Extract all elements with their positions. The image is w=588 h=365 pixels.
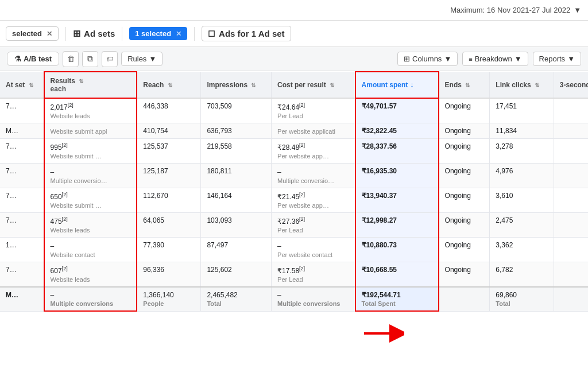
col-header-ends-sort: ⇅: [465, 82, 470, 88]
data-table: At set ⇅ Results ⇅ each Reach ⇅ Impressi…: [0, 71, 588, 312]
col-header-link[interactable]: Link clicks ⇅: [490, 72, 554, 98]
cell-impressions: 180,811: [201, 164, 272, 188]
nav-divider-1: [65, 27, 66, 41]
toolbar: ⚗ A/B test 🗑 ⧉ 🏷 Rules ▼ ⊞ Columns ▼ ≡ B…: [0, 47, 588, 71]
nav-bar: selected ✕ ⊞ Ad sets 1 selected ✕ ☐ Ads …: [0, 21, 588, 47]
cell-ad-set: 7…: [0, 98, 44, 123]
col-header-link-label: Link clicks: [496, 81, 531, 89]
nav-divider-2: [122, 27, 122, 41]
table-row: 7… 650[2] Website submit … 112,670146,16…: [0, 188, 588, 213]
cell-ad-set: 7…: [0, 164, 44, 188]
breakdown-label: Breakdown: [475, 55, 512, 63]
table-row: 1… – Website contact 77,39087,497 – Per …: [0, 238, 588, 262]
cell-results: – Website contact: [44, 238, 137, 262]
cell-link-clicks: 3,278: [490, 139, 554, 164]
cell-reach: 446,338: [137, 98, 201, 123]
cell-ends: Ongoing: [439, 123, 490, 139]
col-header-cost[interactable]: Cost per result ⇅: [272, 72, 355, 98]
cell-link-clicks: 11,834: [490, 123, 554, 139]
one-selected-label: 1 selected: [135, 29, 171, 38]
cell-impressions: 636,793: [201, 123, 272, 139]
cell-amount: ₹32,822.45: [355, 123, 439, 139]
footer-plays: [554, 287, 588, 311]
cell-ad-set: 7…: [0, 213, 44, 238]
col-header-amount-label: Amount spent: [362, 81, 408, 89]
footer-amount: ₹192,544.71 Total Spent: [355, 287, 439, 311]
footer-cost: – Multiple conversions: [272, 287, 355, 311]
cell-plays: [554, 188, 588, 213]
cell-impressions: 125,602: [201, 262, 272, 288]
footer-impressions: 2,465,482 Total: [201, 287, 272, 311]
cell-plays: [554, 98, 588, 123]
cell-ends: Ongoing: [439, 188, 490, 213]
col-header-ad-set[interactable]: At set ⇅: [0, 72, 44, 98]
rules-label: Rules: [127, 55, 146, 63]
columns-button[interactable]: ⊞ Columns ▼: [397, 52, 458, 66]
tag-button[interactable]: 🏷: [102, 51, 118, 67]
col-header-cost-label: Cost per result: [277, 81, 326, 89]
date-range: Maximum: 16 Nov 2021-27 Jul 2022 ▼: [450, 6, 581, 14]
cell-ad-set: 7…: [0, 188, 44, 213]
selected-chip[interactable]: selected ✕: [6, 26, 59, 41]
cell-cost: ₹27.36[2] Per Lead: [272, 213, 355, 238]
cell-ends: Ongoing: [439, 262, 490, 288]
cell-plays: [554, 164, 588, 188]
col-header-plays[interactable]: 3-second plays ⇅: [554, 72, 588, 98]
col-header-results-label: Results: [51, 77, 75, 85]
delete-button[interactable]: 🗑: [63, 51, 79, 67]
ad-sets-label: Ad sets: [84, 29, 115, 38]
breakdown-button[interactable]: ≡ Breakdown ▼: [462, 52, 528, 66]
ab-test-button[interactable]: ⚗ A/B test: [7, 52, 59, 66]
cell-amount: ₹12,998.27: [355, 213, 439, 238]
one-selected-chip[interactable]: 1 selected ✕: [129, 27, 187, 40]
rules-dropdown-icon: ▼: [149, 55, 156, 63]
reports-button[interactable]: Reports ▼: [533, 52, 581, 66]
cell-cost: ₹21.45[2] Per website app…: [272, 188, 355, 213]
cell-impressions: 103,093: [201, 213, 272, 238]
date-dropdown-icon[interactable]: ▼: [574, 6, 581, 14]
duplicate-button[interactable]: ⧉: [82, 51, 98, 67]
cell-impressions: 219,558: [201, 139, 272, 164]
col-header-impressions[interactable]: Impressions ⇅: [201, 72, 272, 98]
footer-ends: [439, 287, 490, 311]
cell-plays: [554, 262, 588, 288]
cell-amount: ₹28,337.56: [355, 139, 439, 164]
nav-divider-3: [194, 27, 195, 41]
cell-impressions: 146,164: [201, 188, 272, 213]
table-row: 7… 607[2] Website leads 96,336125,602 ₹1…: [0, 262, 588, 288]
cell-results: 2,017[2] Website leads: [44, 98, 137, 123]
col-header-ends[interactable]: Ends ⇅: [439, 72, 490, 98]
cell-impressions: 703,509: [201, 98, 272, 123]
col-header-link-sort: ⇅: [535, 82, 539, 88]
cell-impressions: 87,497: [201, 238, 272, 262]
selected-chip-close[interactable]: ✕: [47, 30, 52, 38]
cell-reach: 125,537: [137, 139, 201, 164]
ads-for-icon: ☐: [208, 29, 215, 38]
footer-ad-set: M…: [0, 287, 44, 311]
cell-ends: Ongoing: [439, 238, 490, 262]
one-selected-close[interactable]: ✕: [176, 30, 181, 38]
cell-cost: ₹24.64[2] Per Lead: [272, 98, 355, 123]
reports-dropdown-icon: ▼: [567, 55, 575, 63]
col-header-results[interactable]: Results ⇅ each: [44, 72, 137, 98]
cell-reach: 125,187: [137, 164, 201, 188]
red-arrow-annotation: [358, 322, 404, 347]
cell-ends: Ongoing: [439, 213, 490, 238]
col-header-reach[interactable]: Reach ⇅: [137, 72, 201, 98]
cell-results: – Multiple conversio…: [44, 164, 137, 188]
grid-icon: ⊞: [73, 28, 80, 39]
footer-reach: 1,366,140 People: [137, 287, 201, 311]
cell-plays: [554, 123, 588, 139]
col-header-ad-set-label: At set: [6, 81, 25, 89]
cell-ad-set: 7…: [0, 139, 44, 164]
col-header-results-each: each: [51, 85, 66, 93]
reports-label: Reports: [539, 55, 566, 63]
rules-button[interactable]: Rules ▼: [121, 52, 163, 66]
col-header-amount[interactable]: Amount spent ↓: [355, 72, 439, 98]
cell-reach: 64,065: [137, 213, 201, 238]
table-row: M… Website submit appl 410,754636,793 Pe…: [0, 123, 588, 139]
selected-chip-section: selected ✕: [6, 26, 59, 41]
cell-plays: [554, 139, 588, 164]
col-header-ad-set-sort: ⇅: [29, 82, 33, 88]
cell-results: 650[2] Website submit …: [44, 188, 137, 213]
